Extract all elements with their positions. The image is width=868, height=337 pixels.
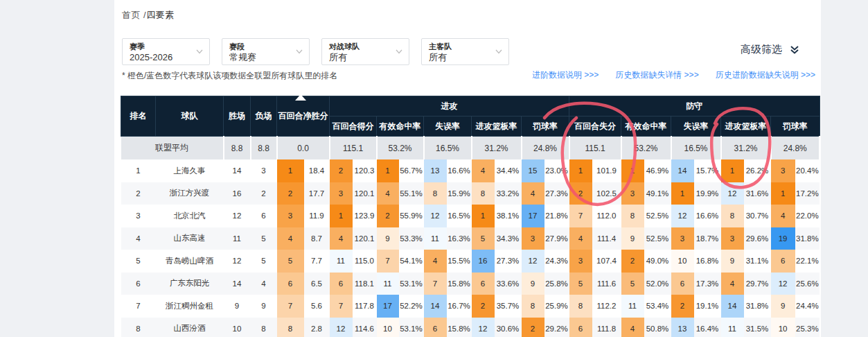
stat-rank-cell: 6 — [671, 273, 694, 295]
stat-rank-cell: 15 — [522, 159, 544, 182]
filter-home-away-select[interactable]: 主客队 所有 — [421, 38, 509, 65]
column-header-def-tov-rate[interactable]: 失误率 — [671, 116, 721, 137]
stat-rank-cell: 8 — [621, 205, 644, 227]
stat-value-cell: 7.7 — [304, 250, 330, 273]
stat-rank-cell: 8 — [424, 182, 447, 205]
group-header-defense: 防守 — [569, 96, 820, 116]
team-name-cell[interactable]: 青岛崂山啤酒 — [156, 250, 224, 273]
team-row: 5青岛崂山啤酒12557.711115.0754.1%415.5%1627.3%… — [121, 250, 820, 273]
stat-rank-cell: 7 — [277, 295, 304, 318]
column-header-losses[interactable]: 负场 — [251, 96, 277, 137]
column-header-off-oreb-rate[interactable]: 进攻篮板率 — [472, 116, 522, 137]
stat-rank-cell: 6 — [330, 273, 353, 295]
link-history-advanced-missing-info[interactable]: 历史进阶数据缺失说明 >>> — [716, 69, 815, 81]
team-row: 7浙江稠州金租9975.67117.81752.2%1416.7%235.7%8… — [121, 295, 820, 318]
filter-home-away-label: 主客队 — [429, 42, 502, 51]
team-losses-cell: 8 — [251, 318, 277, 337]
column-header-rank[interactable]: 排名 — [121, 96, 156, 137]
stat-rank-cell: 11 — [377, 273, 399, 295]
stat-rank-cell: 2 — [671, 295, 694, 318]
stat-rank-cell: 12 — [522, 250, 544, 273]
team-losses-cell: 5 — [251, 227, 277, 250]
filter-stage-select[interactable]: 赛段 常规赛 — [222, 38, 310, 65]
stat-value-cell: 31.6% — [744, 182, 771, 205]
league-average-value: 16.5% — [671, 137, 721, 160]
team-name-cell[interactable]: 浙江稠州金租 — [156, 295, 224, 318]
column-header-wins[interactable]: 胜场 — [224, 96, 251, 137]
stat-rank-cell: 4 — [621, 318, 644, 337]
column-header-off-tov-rate[interactable]: 失误率 — [424, 116, 472, 137]
column-header-net-rating-per100[interactable]: 百回合净胜分 — [277, 96, 330, 137]
stat-value-cell: 16.6% — [447, 159, 472, 182]
stat-rank-cell: 3 — [721, 227, 744, 250]
stat-value-cell: 52.5% — [644, 227, 671, 250]
stat-rank-cell: 2 — [472, 295, 495, 318]
column-header-def-ft-rate[interactable]: 罚球率 — [771, 116, 820, 137]
filter-opponent-select[interactable]: 对战球队 所有 — [321, 38, 409, 65]
stat-value-cell: 115.0 — [353, 250, 377, 273]
team-losses-cell: 4 — [251, 273, 277, 295]
stat-value-cell: 16.7% — [447, 295, 472, 318]
team-name-cell[interactable]: 浙江方兴渡 — [156, 182, 224, 205]
stat-rank-cell: 10 — [771, 318, 795, 337]
stat-rank-cell: 4 — [569, 227, 592, 250]
stat-value-cell: 8.7 — [304, 227, 330, 250]
league-average-value: 31.2% — [721, 137, 771, 160]
stat-rank-cell: 8 — [721, 205, 744, 227]
link-history-missing-details[interactable]: 历史数据缺失详情 >>> — [615, 69, 698, 81]
stat-value-cell: 27.3% — [544, 182, 569, 205]
team-name-cell[interactable]: 山东高速 — [156, 227, 224, 250]
stat-rank-cell: 9 — [522, 273, 544, 295]
team-row: 3北京北汽126311.91123.9255.9%1216.5%138.1%17… — [121, 205, 820, 227]
advanced-filter-button[interactable]: 高级筛选 — [741, 43, 800, 56]
stat-rank-cell: 4 — [424, 250, 447, 273]
stat-rank-cell: 8 — [472, 182, 495, 205]
team-name-cell[interactable]: 广东东阳光 — [156, 273, 224, 295]
filter-stage-label: 赛段 — [229, 42, 302, 51]
column-header-off-efg[interactable]: 有效命中率 — [377, 116, 424, 137]
stat-value-cell: 112.2 — [592, 295, 621, 318]
stat-value-cell: 52.2% — [399, 295, 424, 318]
stat-value-cell: 21.8% — [544, 205, 569, 227]
team-name-cell[interactable]: 上海久事 — [156, 159, 224, 182]
stat-rank-cell: 12 — [771, 273, 795, 295]
league-average-value: 0.0 — [277, 137, 330, 160]
stat-value-cell: 34.4% — [495, 159, 522, 182]
column-header-off-points-per100[interactable]: 百回合得分 — [330, 116, 377, 137]
filter-season-select[interactable]: 赛季 2025-2026 — [122, 38, 210, 65]
stat-rank-cell: 1 — [277, 159, 304, 182]
stat-rank-cell: 12 — [671, 205, 694, 227]
column-header-def-efg[interactable]: 有效命中率 — [621, 116, 671, 137]
stat-value-cell: 31.5% — [744, 318, 771, 337]
stat-rank-cell: 1 — [330, 205, 353, 227]
link-advanced-data-info[interactable]: 进阶数据说明 >>> — [532, 69, 599, 81]
breadcrumb-home[interactable]: 首页 / — [122, 10, 146, 20]
team-rank-cell: 5 — [121, 250, 156, 273]
league-average-label: 联盟平均 — [121, 137, 224, 160]
team-name-cell[interactable]: 北京北汽 — [156, 205, 224, 227]
chevron-down-icon — [196, 48, 203, 55]
stat-value-cell: 15.5% — [447, 250, 472, 273]
stat-rank-cell: 9 — [621, 227, 644, 250]
column-header-off-ft-rate[interactable]: 罚球率 — [522, 116, 569, 137]
team-name-cell[interactable]: 山西汾酒 — [156, 318, 224, 337]
stat-value-cell: 53.3% — [399, 227, 424, 250]
stat-value-cell: 107.4 — [592, 250, 621, 273]
team-wins-cell: 10 — [224, 318, 251, 337]
column-header-def-points-per100[interactable]: 百回合失分 — [569, 116, 621, 137]
stat-rank-cell: 1 — [377, 159, 399, 182]
stat-value-cell: 24.4% — [795, 295, 820, 318]
column-header-def-oreb-rate[interactable]: 进攻篮板率 — [721, 116, 771, 137]
stat-value-cell: 118.1 — [353, 273, 377, 295]
stat-value-cell: 53.4% — [644, 295, 671, 318]
stat-value-cell: 117.8 — [353, 295, 377, 318]
column-header-team[interactable]: 球队 — [156, 96, 224, 137]
team-rank-cell: 2 — [121, 182, 156, 205]
league-average-value: 115.1 — [330, 137, 377, 160]
stat-rank-cell: 3 — [771, 159, 795, 182]
league-average-value: 24.8% — [771, 137, 820, 160]
stat-rank-cell: 10 — [377, 318, 399, 337]
info-links: 进阶数据说明 >>> 历史数据缺失详情 >>> 历史进阶数据缺失说明 >>> — [532, 69, 815, 81]
stat-rank-cell: 16 — [472, 250, 495, 273]
stat-rank-cell: 1 — [771, 182, 795, 205]
